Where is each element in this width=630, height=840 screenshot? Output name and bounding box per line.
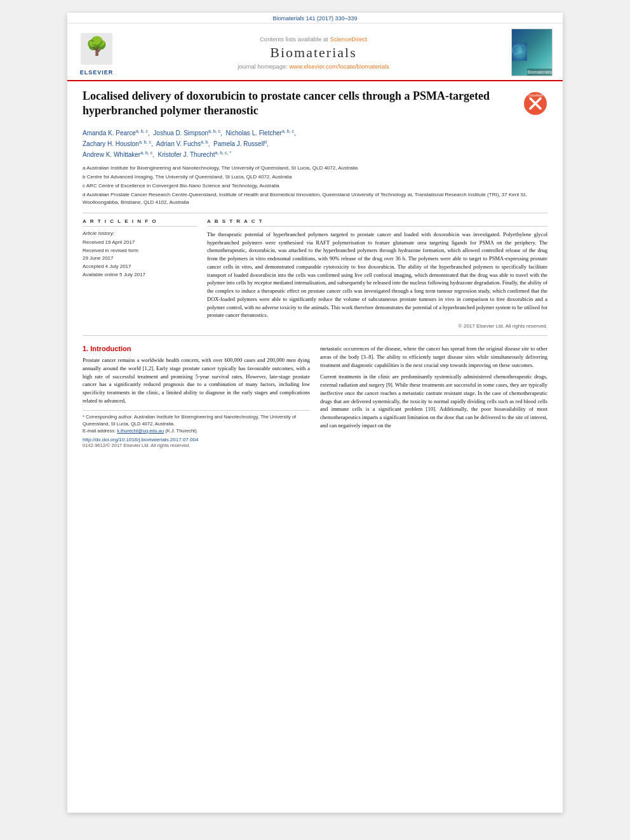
doi-text: Biomaterials 141 (2017) 330–339	[272, 15, 357, 22]
author-7: Andrew K. Whittaker	[83, 152, 140, 159]
affil-b: b Centre for Advanced Imaging, The Unive…	[83, 173, 547, 181]
intro-left-col: 1. Introduction Prostate cancer remains …	[83, 345, 310, 448]
introduction-section: 1. Introduction Prostate cancer remains …	[83, 341, 547, 448]
article-title: Localised delivery of doxorubicin to pro…	[83, 89, 523, 119]
affil-c: c ARC Centre of Excellence in Convergent…	[83, 182, 547, 190]
journal-homepage-line: journal homepage: www.elsevier.com/locat…	[122, 63, 505, 70]
journal-cover-image: Biomaterials	[511, 29, 553, 76]
author-8: Kristofer J. Thurecht	[158, 152, 215, 159]
elsevier-tree-icon: 🌳	[77, 30, 116, 68]
svg-rect-2	[512, 43, 527, 60]
author-6: Pamela J. Russell	[213, 140, 264, 147]
footnote-email-link[interactable]: k.thurecht@uq.edu.au	[117, 428, 164, 434]
revised-date: Received in revised form29 June 2017	[83, 247, 197, 263]
cover-svg	[512, 29, 527, 76]
author-1: Amanda K. Pearce	[83, 130, 136, 137]
authors-section: Amanda K. Pearcea, b, c, Joshua D. Simps…	[83, 128, 547, 161]
abstract-heading: A B S T R A C T	[207, 218, 547, 227]
author-5: Adrian V. Fuchs	[156, 140, 201, 147]
journal-title: Biomaterials	[122, 44, 505, 61]
footnote-star-text: * Corresponding author. Australian Insti…	[83, 413, 310, 428]
doi-line[interactable]: http://dx.doi.org/10.1016/j.biomaterials…	[83, 437, 310, 443]
svg-text:CrossMark: CrossMark	[528, 93, 544, 97]
intro-right-text2: Current treatments in the clinic are pre…	[320, 373, 547, 429]
info-abstract-section: A R T I C L E I N F O Article history: R…	[83, 218, 547, 336]
issn-line: 0142-9612/© 2017 Elsevier Ltd. All right…	[83, 443, 310, 448]
article-info-heading: A R T I C L E I N F O	[83, 218, 197, 227]
elsevier-label: ELSEVIER	[80, 69, 114, 76]
svg-text:🌳: 🌳	[86, 36, 108, 57]
available-date: Available online 5 July 2017	[83, 271, 197, 279]
journal-header: 🌳 ELSEVIER Contents lists available at S…	[67, 23, 563, 81]
journal-header-center: Contents lists available at ScienceDirec…	[122, 36, 505, 70]
affil-d: d Australian Prostate Cancer Research Ce…	[83, 191, 547, 206]
footnote-email-line: E-mail address: k.thurecht@uq.edu.au (K.…	[83, 427, 310, 434]
title-section: Localised delivery of doxorubicin to pro…	[83, 89, 547, 123]
author-4: Zachary H. Houston	[83, 140, 139, 147]
author-2: Joshua D. Simpson	[153, 130, 208, 137]
intro-right-col: metastatic occurrences of the disease, w…	[320, 345, 547, 448]
copyright-line: © 2017 Elsevier Ltd. All rights reserved…	[207, 323, 547, 329]
history-label: Article history:	[83, 230, 197, 236]
cover-label: Biomaterials	[527, 69, 552, 76]
intro-left-text: Prostate cancer remains a worldwide heal…	[83, 356, 310, 405]
crossmark-icon: CrossMark	[523, 91, 547, 116]
crossmark-logo[interactable]: CrossMark	[523, 91, 547, 116]
sciencedirect-link[interactable]: ScienceDirect	[330, 36, 367, 43]
article-info-col: A R T I C L E I N F O Article history: R…	[83, 218, 197, 329]
intro-heading: 1. Introduction	[83, 345, 310, 352]
article-body: Localised delivery of doxorubicin to pro…	[67, 81, 563, 458]
doi-banner: Biomaterials 141 (2017) 330–339	[67, 13, 563, 23]
accepted-date: Accepted 4 July 2017	[83, 263, 197, 271]
received-date: Received 19 April 2017	[83, 239, 197, 247]
homepage-link[interactable]: www.elsevier.com/locate/biomaterials	[290, 63, 389, 70]
affiliations-section: a Australian Institute for Bioengineerin…	[83, 164, 547, 213]
intro-right-text1: metastatic occurrences of the disease, w…	[320, 345, 547, 369]
author-3: Nicholas L. Fletcher	[226, 130, 282, 137]
sciencedirect-line: Contents lists available at ScienceDirec…	[122, 36, 505, 43]
abstract-col: A B S T R A C T The therapeutic potentia…	[207, 218, 547, 329]
abstract-text: The therapeutic potential of hyperbranch…	[207, 230, 547, 319]
page: Biomaterials 141 (2017) 330–339 🌳 ELSEVI…	[67, 13, 563, 813]
footnote-area: * Corresponding author. Australian Insti…	[83, 410, 310, 435]
elsevier-logo: 🌳 ELSEVIER	[77, 30, 116, 76]
affil-a: a Australian Institute for Bioengineerin…	[83, 164, 547, 172]
